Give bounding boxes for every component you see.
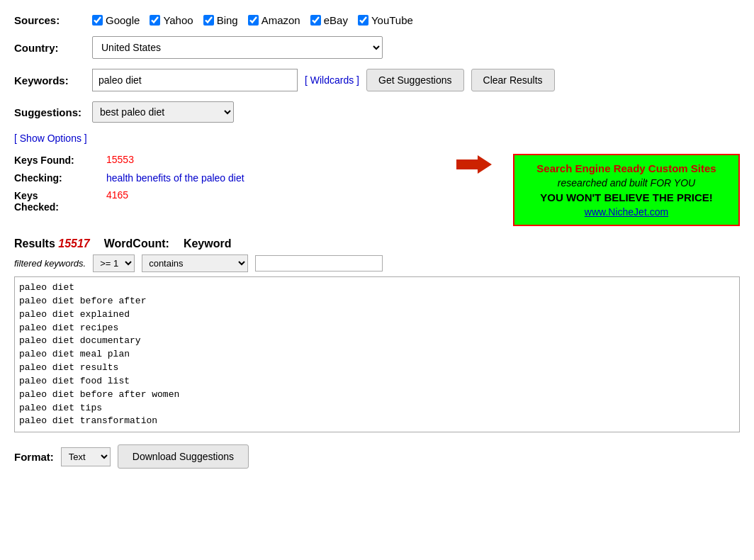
get-suggestions-button[interactable]: Get Suggestions xyxy=(366,69,464,91)
sources-label: Sources: xyxy=(14,14,92,26)
keys-found-row: Keys Found: 15553 xyxy=(14,154,442,166)
clear-results-button[interactable]: Clear Results xyxy=(471,69,555,91)
country-row: Country: United States United Kingdom Ca… xyxy=(14,36,740,59)
source-amazon-checkbox[interactable] xyxy=(248,15,259,26)
format-row: Format: Text CSV Excel Download Suggesti… xyxy=(14,444,740,469)
source-yahoo-label: Yahoo xyxy=(163,14,193,26)
suggestions-label: Suggestions: xyxy=(14,106,92,118)
keywords-row: Keywords: [ Wildcards ] Get Suggestions … xyxy=(14,69,740,91)
source-youtube: YouTube xyxy=(358,14,413,26)
source-amazon: Amazon xyxy=(248,14,300,26)
suggestions-select[interactable]: best paleo diet paleo diet plan paleo di… xyxy=(92,101,234,123)
source-bing: Bing xyxy=(203,14,238,26)
source-google-label: Google xyxy=(106,14,140,26)
source-yahoo-checkbox[interactable] xyxy=(150,15,160,26)
contains-select[interactable]: contains starts with ends with exact xyxy=(142,254,248,272)
checking-value: health benefits of the paleo diet xyxy=(106,172,244,184)
results-label: Results 15517 xyxy=(14,237,90,250)
show-options-link[interactable]: [ Show Options ] xyxy=(14,133,87,144)
keyword-filter-input[interactable] xyxy=(255,255,383,271)
checking-row: Checking: health benefits of the paleo d… xyxy=(14,172,442,184)
results-textarea[interactable]: paleo diet paleo diet before after paleo… xyxy=(14,276,740,432)
keys-found-value: 15553 xyxy=(106,154,134,165)
source-youtube-checkbox[interactable] xyxy=(358,15,368,26)
source-ebay-label: eBay xyxy=(324,14,348,26)
wordcount-filter-select[interactable]: >= 1 >= 2 >= 3 >= 4 >= 5 xyxy=(93,254,135,272)
format-label: Format: xyxy=(14,451,54,463)
ad-box: Search Engine Ready Custom Sites researc… xyxy=(513,154,740,226)
wildcards-link[interactable]: [ Wildcards ] xyxy=(305,74,359,86)
keywords-label: Keywords: xyxy=(14,74,92,86)
keywords-input[interactable] xyxy=(92,69,298,91)
format-select[interactable]: Text CSV Excel xyxy=(61,447,111,466)
ad-line3: YOU WON'T BELIEVE THE PRICE! xyxy=(540,191,713,203)
keys-checked-label: Keys Checked: xyxy=(14,189,106,213)
source-yahoo: Yahoo xyxy=(150,14,193,26)
wordcount-label: WordCount: xyxy=(104,237,169,250)
source-bing-label: Bing xyxy=(217,14,238,26)
ad-line2: researched and built FOR YOU xyxy=(558,177,695,189)
ad-title: Search Engine Ready Custom Sites xyxy=(536,162,716,174)
filter-row: filtered keywords. >= 1 >= 2 >= 3 >= 4 >… xyxy=(14,254,740,272)
keys-checked-row: Keys Checked: 4165 xyxy=(14,189,442,213)
ad-link[interactable]: www.NicheJet.com xyxy=(585,206,668,218)
source-amazon-label: Amazon xyxy=(261,14,300,26)
source-google: Google xyxy=(92,14,140,26)
country-label: Country: xyxy=(14,42,92,54)
svg-marker-0 xyxy=(456,155,492,174)
source-ebay-checkbox[interactable] xyxy=(310,15,321,26)
sources-row: Sources: Google Yahoo Bing Amazon eBay Y… xyxy=(14,14,740,26)
filtered-keywords-label: filtered keywords. xyxy=(14,258,86,269)
results-header: Results 15517 WordCount: Keyword xyxy=(14,237,740,250)
source-ebay: eBay xyxy=(310,14,348,26)
arrow-icon xyxy=(456,154,492,175)
source-bing-checkbox[interactable] xyxy=(203,15,214,26)
sources-list: Google Yahoo Bing Amazon eBay YouTube xyxy=(92,14,413,26)
suggestions-row: Suggestions: best paleo diet paleo diet … xyxy=(14,101,740,123)
keys-checked-value: 4165 xyxy=(106,189,128,201)
stats-section: Keys Found: 15553 Checking: health benef… xyxy=(14,154,442,218)
keyword-label: Keyword xyxy=(184,237,232,250)
source-google-checkbox[interactable] xyxy=(92,15,103,26)
source-youtube-label: YouTube xyxy=(371,14,413,26)
checking-label: Checking: xyxy=(14,172,106,184)
keys-found-label: Keys Found: xyxy=(14,154,106,166)
download-suggestions-button[interactable]: Download Suggestions xyxy=(118,444,249,469)
results-count: 15517 xyxy=(58,237,90,250)
country-select[interactable]: United States United Kingdom Canada Aust… xyxy=(92,36,383,59)
stats-and-ad-section: Keys Found: 15553 Checking: health benef… xyxy=(14,154,740,226)
